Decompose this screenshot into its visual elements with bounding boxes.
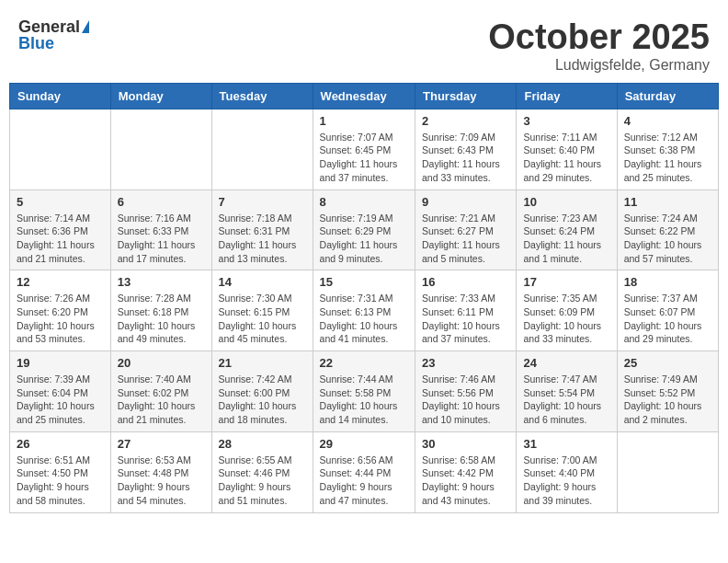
calendar-day-cell: 24Sunrise: 7:47 AMSunset: 5:54 PMDayligh… [517,351,617,432]
day-info: Sunrise: 7:24 AMSunset: 6:22 PMDaylight:… [624,212,711,266]
day-info: Sunrise: 7:46 AMSunset: 5:56 PMDaylight:… [422,373,509,427]
day-number: 16 [422,275,509,289]
calendar-day-cell: 2Sunrise: 7:09 AMSunset: 6:43 PMDaylight… [415,109,517,190]
day-number: 27 [118,437,205,451]
day-number: 25 [624,356,711,370]
calendar-day-cell: 5Sunrise: 7:14 AMSunset: 6:36 PMDaylight… [10,190,111,270]
day-number: 7 [219,195,306,209]
day-info: Sunrise: 6:58 AMSunset: 4:42 PMDaylight:… [422,454,509,508]
location-title: Ludwigsfelde, Germany [488,57,710,74]
calendar-day-cell: 29Sunrise: 6:56 AMSunset: 4:44 PMDayligh… [313,431,415,512]
day-info: Sunrise: 6:55 AMSunset: 4:46 PMDaylight:… [219,454,306,508]
day-info: Sunrise: 7:18 AMSunset: 6:31 PMDaylight:… [219,212,306,266]
day-info: Sunrise: 7:19 AMSunset: 6:29 PMDaylight:… [320,212,408,266]
calendar-day-cell: 22Sunrise: 7:44 AMSunset: 5:58 PMDayligh… [313,351,415,432]
calendar-day-cell [617,431,718,512]
day-number: 8 [320,195,408,209]
logo: General Blue [18,18,89,52]
day-info: Sunrise: 7:47 AMSunset: 5:54 PMDaylight:… [523,373,609,427]
day-info: Sunrise: 7:26 AMSunset: 6:20 PMDaylight:… [17,292,104,346]
day-of-week-saturday: Saturday [617,83,718,109]
calendar-week-row: 1Sunrise: 7:07 AMSunset: 6:45 PMDaylight… [10,109,719,190]
calendar-day-cell: 27Sunrise: 6:53 AMSunset: 4:48 PMDayligh… [110,431,211,512]
calendar-day-cell: 11Sunrise: 7:24 AMSunset: 6:22 PMDayligh… [617,190,718,270]
day-info: Sunrise: 7:49 AMSunset: 5:52 PMDaylight:… [624,373,711,427]
month-title: October 2025 [488,18,710,57]
day-of-week-tuesday: Tuesday [211,83,313,109]
calendar-day-cell: 4Sunrise: 7:12 AMSunset: 6:38 PMDaylight… [617,109,718,190]
day-number: 20 [118,356,205,370]
calendar-day-cell: 12Sunrise: 7:26 AMSunset: 6:20 PMDayligh… [10,270,111,351]
calendar-day-cell: 28Sunrise: 6:55 AMSunset: 4:46 PMDayligh… [211,431,313,512]
page-header: General Blue October 2025 Ludwigsfelde, … [9,9,719,78]
day-info: Sunrise: 6:56 AMSunset: 4:44 PMDaylight:… [320,454,408,508]
day-info: Sunrise: 7:21 AMSunset: 6:27 PMDaylight:… [422,212,509,266]
day-number: 24 [523,356,609,370]
calendar-day-cell: 3Sunrise: 7:11 AMSunset: 6:40 PMDaylight… [517,109,617,190]
logo-triangle-icon [82,20,89,33]
day-number: 19 [17,356,104,370]
calendar-day-cell: 19Sunrise: 7:39 AMSunset: 6:04 PMDayligh… [10,351,111,432]
calendar-day-cell: 25Sunrise: 7:49 AMSunset: 5:52 PMDayligh… [617,351,718,432]
day-of-week-monday: Monday [110,83,211,109]
logo-general-text: General [18,18,80,35]
calendar-day-cell: 13Sunrise: 7:28 AMSunset: 6:18 PMDayligh… [110,270,211,351]
calendar-week-row: 19Sunrise: 7:39 AMSunset: 6:04 PMDayligh… [10,351,719,432]
calendar-day-cell: 8Sunrise: 7:19 AMSunset: 6:29 PMDaylight… [313,190,415,270]
title-block: October 2025 Ludwigsfelde, Germany [488,18,710,74]
calendar-day-cell: 17Sunrise: 7:35 AMSunset: 6:09 PMDayligh… [517,270,617,351]
day-info: Sunrise: 7:40 AMSunset: 6:02 PMDaylight:… [118,373,205,427]
calendar-day-cell: 21Sunrise: 7:42 AMSunset: 6:00 PMDayligh… [211,351,313,432]
day-of-week-friday: Friday [517,83,617,109]
day-info: Sunrise: 7:00 AMSunset: 4:40 PMDaylight:… [523,454,609,508]
day-info: Sunrise: 7:14 AMSunset: 6:36 PMDaylight:… [17,212,104,266]
day-info: Sunrise: 7:12 AMSunset: 6:38 PMDaylight:… [624,131,711,185]
day-number: 31 [523,437,609,451]
day-info: Sunrise: 7:16 AMSunset: 6:33 PMDaylight:… [118,212,205,266]
calendar-day-cell [110,109,211,190]
day-of-week-sunday: Sunday [10,83,111,109]
day-of-week-thursday: Thursday [415,83,517,109]
day-info: Sunrise: 7:37 AMSunset: 6:07 PMDaylight:… [624,292,711,346]
day-number: 6 [118,195,205,209]
day-number: 22 [320,356,408,370]
day-info: Sunrise: 7:35 AMSunset: 6:09 PMDaylight:… [523,292,609,346]
day-info: Sunrise: 6:51 AMSunset: 4:50 PMDaylight:… [17,454,104,508]
day-info: Sunrise: 7:31 AMSunset: 6:13 PMDaylight:… [320,292,408,346]
day-info: Sunrise: 6:53 AMSunset: 4:48 PMDaylight:… [118,454,205,508]
day-info: Sunrise: 7:44 AMSunset: 5:58 PMDaylight:… [320,373,408,427]
calendar-day-cell: 16Sunrise: 7:33 AMSunset: 6:11 PMDayligh… [415,270,517,351]
calendar-day-cell: 23Sunrise: 7:46 AMSunset: 5:56 PMDayligh… [415,351,517,432]
day-info: Sunrise: 7:39 AMSunset: 6:04 PMDaylight:… [17,373,104,427]
day-number: 1 [320,114,408,128]
day-number: 30 [422,437,509,451]
day-info: Sunrise: 7:30 AMSunset: 6:15 PMDaylight:… [219,292,306,346]
day-info: Sunrise: 7:28 AMSunset: 6:18 PMDaylight:… [118,292,205,346]
day-number: 4 [624,114,711,128]
day-number: 18 [624,275,711,289]
calendar-day-cell: 30Sunrise: 6:58 AMSunset: 4:42 PMDayligh… [415,431,517,512]
day-number: 21 [219,356,306,370]
calendar-day-cell: 20Sunrise: 7:40 AMSunset: 6:02 PMDayligh… [110,351,211,432]
day-info: Sunrise: 7:42 AMSunset: 6:00 PMDaylight:… [219,373,306,427]
calendar-day-cell: 31Sunrise: 7:00 AMSunset: 4:40 PMDayligh… [517,431,617,512]
day-info: Sunrise: 7:23 AMSunset: 6:24 PMDaylight:… [523,212,609,266]
day-info: Sunrise: 7:11 AMSunset: 6:40 PMDaylight:… [523,131,609,185]
calendar-table: SundayMondayTuesdayWednesdayThursdayFrid… [9,83,719,513]
day-number: 2 [422,114,509,128]
logo-blue-text: Blue [18,35,54,52]
day-number: 9 [422,195,509,209]
calendar-day-cell: 6Sunrise: 7:16 AMSunset: 6:33 PMDaylight… [110,190,211,270]
day-of-week-wednesday: Wednesday [313,83,415,109]
calendar-day-cell: 9Sunrise: 7:21 AMSunset: 6:27 PMDaylight… [415,190,517,270]
calendar-day-cell: 18Sunrise: 7:37 AMSunset: 6:07 PMDayligh… [617,270,718,351]
day-number: 17 [523,275,609,289]
day-number: 10 [523,195,609,209]
calendar-day-cell: 1Sunrise: 7:07 AMSunset: 6:45 PMDaylight… [313,109,415,190]
calendar-day-cell: 7Sunrise: 7:18 AMSunset: 6:31 PMDaylight… [211,190,313,270]
calendar-day-cell: 26Sunrise: 6:51 AMSunset: 4:50 PMDayligh… [10,431,111,512]
calendar-header-row: SundayMondayTuesdayWednesdayThursdayFrid… [10,83,719,109]
day-number: 13 [118,275,205,289]
calendar-week-row: 12Sunrise: 7:26 AMSunset: 6:20 PMDayligh… [10,270,719,351]
day-number: 28 [219,437,306,451]
